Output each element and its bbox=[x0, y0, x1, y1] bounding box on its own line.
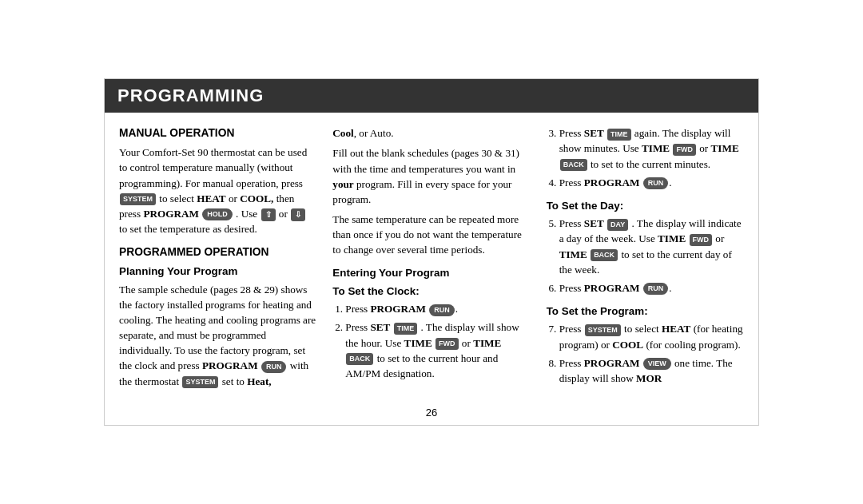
manual-operation-body: Your Comfort-Set 90 thermostat can be us… bbox=[119, 145, 316, 236]
set-the-program-title: To Set the Program: bbox=[547, 304, 744, 319]
step-3: Press SET TIME again. The display will s… bbox=[559, 125, 744, 171]
fwd-badge-2: FWD bbox=[673, 144, 696, 156]
page-number: 26 bbox=[105, 407, 758, 425]
programmed-operation-section: PROGRAMMED OPERATION Planning Your Progr… bbox=[119, 244, 316, 388]
step-5: Press SET DAY . The display will indicat… bbox=[559, 216, 744, 277]
system-badge-3: SYSTEM bbox=[585, 324, 621, 336]
day-badge: DAY bbox=[607, 219, 628, 231]
back-badge-3: BACK bbox=[591, 249, 618, 261]
set-the-program-section: To Set the Program: Press SYSTEM to sele… bbox=[547, 304, 744, 386]
fill-schedules-para: Fill out the blank schedules (pages 30 &… bbox=[332, 145, 530, 207]
entering-program-section: Entering Your Program To Set the Clock: … bbox=[332, 265, 530, 381]
step-8: Press PROGRAM VIEW one time. The display… bbox=[559, 355, 744, 386]
content-grid: MANUAL OPERATION Your Comfort-Set 90 the… bbox=[105, 125, 758, 406]
time-badge-1: TIME bbox=[394, 323, 418, 335]
system-badge-1: SYSTEM bbox=[120, 193, 156, 205]
set-the-day-title: To Set the Day: bbox=[547, 198, 744, 213]
manual-operation-title: MANUAL OPERATION bbox=[119, 125, 316, 141]
column-2: Cool, or Auto. Fill out the blank schedu… bbox=[332, 125, 530, 393]
cool-auto-heading: Cool, or Auto. bbox=[332, 125, 530, 141]
step-4: Press PROGRAM RUN. bbox=[559, 175, 744, 190]
run-badge-3: RUN bbox=[643, 177, 669, 189]
planning-your-program-subtitle: Planning Your Program bbox=[119, 264, 316, 279]
same-temp-para: The same temperature can be repeated mor… bbox=[332, 212, 530, 257]
clock-step-1: Press PROGRAM RUN. bbox=[345, 301, 530, 316]
clock-steps-list: Press PROGRAM RUN. Press SET TIME . The … bbox=[332, 301, 530, 381]
step-7: Press SYSTEM to select HEAT (for heating… bbox=[559, 321, 744, 351]
day-steps-list: Press SET DAY . The display will indicat… bbox=[547, 216, 744, 296]
run-badge-2: RUN bbox=[429, 304, 455, 316]
set-the-clock-subtitle: To Set the Clock: bbox=[332, 284, 530, 299]
set-the-day-section: To Set the Day: Press SET DAY . The disp… bbox=[547, 198, 744, 296]
fwd-badge-1: FWD bbox=[435, 338, 459, 350]
clock-step-2: Press SET TIME . The display will show t… bbox=[345, 319, 530, 381]
programmed-operation-title: PROGRAMMED OPERATION bbox=[119, 244, 316, 260]
remaining-steps-list: Press SET TIME again. The display will s… bbox=[547, 125, 744, 190]
programmed-operation-body: The sample schedule (pages 28 & 29) show… bbox=[119, 282, 316, 389]
system-badge-2: SYSTEM bbox=[182, 376, 218, 388]
column-3: Press SET TIME again. The display will s… bbox=[547, 125, 744, 393]
down-arrow-btn: ⇩ bbox=[291, 208, 305, 222]
page-header: PROGRAMMING bbox=[105, 79, 758, 113]
fwd-badge-3: FWD bbox=[690, 234, 713, 246]
time-badge-2: TIME bbox=[607, 129, 631, 141]
up-arrow-btn: ⇧ bbox=[261, 208, 276, 222]
page-container: PROGRAMMING MANUAL OPERATION Your Comfor… bbox=[104, 78, 759, 425]
back-badge-2: BACK bbox=[560, 159, 587, 171]
program-steps-list: Press SYSTEM to select HEAT (for heating… bbox=[547, 321, 744, 386]
run-badge-1: RUN bbox=[261, 361, 287, 373]
run-badge-4: RUN bbox=[643, 283, 669, 295]
entering-your-program-title: Entering Your Program bbox=[332, 265, 530, 280]
back-badge-1: BACK bbox=[346, 353, 373, 365]
view-badge: VIEW bbox=[643, 358, 671, 370]
step-6: Press PROGRAM RUN. bbox=[559, 280, 744, 296]
hold-badge: HOLD bbox=[202, 208, 233, 220]
column-1: MANUAL OPERATION Your Comfort-Set 90 the… bbox=[119, 125, 316, 393]
page-title: PROGRAMMING bbox=[117, 85, 746, 106]
